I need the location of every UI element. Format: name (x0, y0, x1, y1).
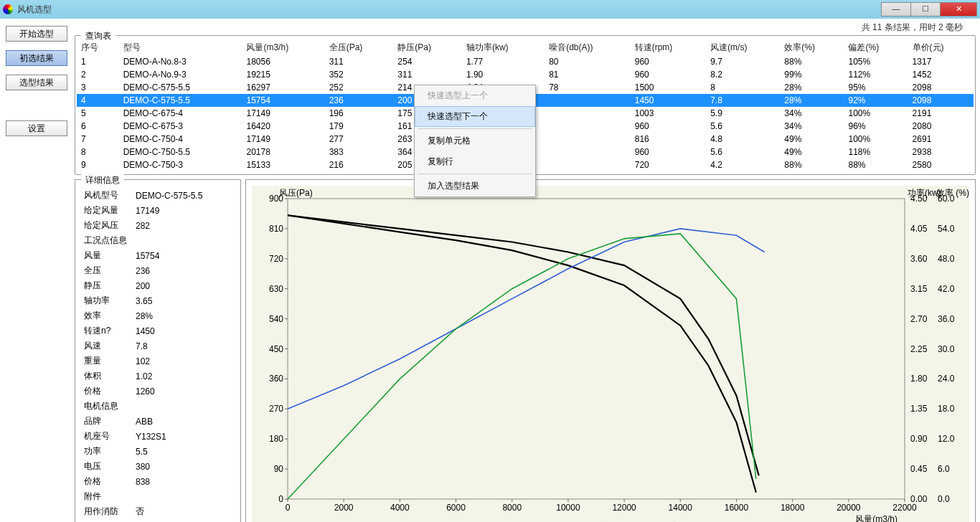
svg-text:90: 90 (274, 464, 284, 474)
detail-row: 价格1260 (83, 384, 233, 398)
svg-text:0: 0 (278, 494, 283, 504)
table-row[interactable]: 2DEMO-A-No.9-3192153523111.90819608.299%… (77, 68, 974, 81)
col-header[interactable]: 效率(%) (780, 40, 844, 55)
svg-text:30.0: 30.0 (938, 344, 955, 354)
svg-text:22000: 22000 (892, 503, 917, 513)
selection-results-button[interactable]: 选型结果 (6, 75, 67, 90)
svg-text:1.80: 1.80 (910, 374, 928, 384)
svg-text:10000: 10000 (556, 503, 580, 513)
detail-row: 轴功率3.65 (83, 294, 233, 308)
svg-text:360: 360 (269, 374, 283, 384)
close-button[interactable]: ✕ (940, 2, 977, 16)
detail-row: 电压380 (83, 460, 233, 473)
svg-text:0.45: 0.45 (910, 464, 928, 474)
detail-row: 效率28% (83, 309, 233, 323)
svg-text:810: 810 (269, 224, 283, 234)
ctx-prev: 快速选型上一个 (415, 85, 535, 106)
svg-text:48.0: 48.0 (938, 254, 955, 264)
context-menu: 快速选型上一个 快速选型下一个 复制单元格 复制行 加入选型结果 (414, 85, 536, 197)
detail-row: 转速n?1450 (83, 324, 233, 338)
maximize-button[interactable]: ☐ (910, 2, 941, 16)
svg-text:6.0: 6.0 (938, 464, 950, 474)
table-tab-label: 查询表 (81, 30, 116, 42)
col-header[interactable]: 单价(元) (908, 40, 974, 55)
window-title: 风机选型 (17, 4, 52, 16)
detail-row: 静压200 (83, 279, 233, 293)
svg-text:4000: 4000 (390, 503, 410, 513)
col-header[interactable]: 全压(Pa) (325, 40, 394, 55)
svg-text:36.0: 36.0 (938, 314, 955, 324)
svg-text:1.35: 1.35 (910, 404, 928, 414)
col-header[interactable]: 偏差(%) (844, 40, 908, 55)
svg-text:6000: 6000 (446, 503, 466, 513)
svg-text:风压(Pa): 风压(Pa) (279, 188, 313, 198)
minimize-button[interactable]: — (881, 2, 911, 16)
svg-rect-0 (288, 199, 905, 499)
detail-row: 附件 (83, 490, 233, 503)
col-header[interactable]: 风速(m/s) (706, 40, 780, 55)
col-header[interactable]: 序号 (77, 40, 119, 55)
svg-text:540: 540 (269, 314, 283, 324)
ctx-copy-row[interactable]: 复制行 (415, 151, 535, 172)
svg-text:16000: 16000 (725, 503, 749, 513)
svg-text:720: 720 (269, 254, 283, 264)
svg-text:18000: 18000 (781, 503, 805, 513)
col-header[interactable]: 静压(Pa) (393, 40, 462, 55)
svg-text:18.0: 18.0 (938, 404, 955, 414)
detail-row: 风量15754 (83, 249, 233, 262)
svg-text:4.05: 4.05 (910, 224, 928, 234)
detail-row: 给定风量17149 (83, 204, 233, 217)
results-table-frame: 查询表 序号型号风量(m3/h)全压(Pa)静压(Pa)轴功率(kw)噪音(db… (75, 35, 976, 175)
detail-row: 风速7.8 (83, 339, 233, 353)
performance-chart: 0200040006000800010000120001400016000180… (252, 186, 969, 522)
sidebar: 开始选型 初选结果 选型结果 设置 (0, 19, 75, 522)
svg-text:效率 (%): 效率 (%) (936, 188, 969, 198)
svg-text:270: 270 (269, 404, 283, 414)
svg-text:20000: 20000 (837, 503, 861, 513)
col-header[interactable]: 风量(m3/h) (242, 40, 324, 55)
svg-text:0: 0 (286, 503, 291, 513)
preliminary-results-button[interactable]: 初选结果 (6, 50, 67, 66)
ctx-next[interactable]: 快速选型下一个 (415, 106, 535, 127)
svg-text:8000: 8000 (502, 503, 522, 513)
col-header[interactable]: 噪音(db(A)) (545, 40, 631, 55)
svg-text:3.15: 3.15 (910, 284, 928, 294)
detail-table: 风机型号DEMO-C-575-5.5给定风量17149给定风压282工况点信息风… (81, 187, 235, 522)
svg-text:0.90: 0.90 (910, 434, 928, 444)
col-header[interactable]: 转速(rpm) (631, 40, 706, 55)
detail-row: 价格838 (83, 475, 233, 488)
svg-text:风量(m3/h): 风量(m3/h) (855, 514, 897, 522)
detail-row: 品牌ABB (83, 414, 233, 428)
svg-text:54.0: 54.0 (938, 224, 955, 234)
ctx-add-to-selection[interactable]: 加入选型结果 (415, 176, 535, 196)
svg-text:42.0: 42.0 (938, 284, 955, 294)
app-icon (3, 4, 13, 14)
table-row[interactable]: 1DEMO-A-No.8-3180563112541.77809609.788%… (77, 55, 974, 68)
svg-text:24.0: 24.0 (938, 374, 955, 384)
svg-text:450: 450 (269, 344, 283, 354)
start-selection-button[interactable]: 开始选型 (6, 26, 67, 42)
col-header[interactable]: 轴功率(kw) (462, 40, 545, 55)
svg-text:2.70: 2.70 (910, 314, 928, 324)
ctx-copy-cell[interactable]: 复制单元格 (415, 130, 535, 151)
detail-row: 工况点信息 (83, 234, 233, 247)
settings-button[interactable]: 设置 (6, 120, 67, 136)
detail-row: 用作消防否 (83, 505, 233, 518)
detail-row: 给定风压282 (83, 219, 233, 232)
status-text: 共 11 条结果，用时 2 毫秒 (75, 19, 976, 35)
svg-text:180: 180 (269, 434, 283, 444)
svg-text:0.0: 0.0 (938, 494, 950, 504)
svg-text:12000: 12000 (612, 503, 636, 513)
titlebar: 风机选型 — ☐ ✕ (0, 0, 980, 19)
svg-text:0.00: 0.00 (910, 494, 928, 504)
col-header[interactable]: 型号 (119, 40, 242, 55)
detail-row: 机座号Y132S1 (83, 430, 233, 443)
detail-row: 功率5.5 (83, 445, 233, 458)
svg-text:12.0: 12.0 (938, 434, 955, 444)
svg-text:14000: 14000 (669, 503, 693, 513)
detail-tab-label: 详细信息 (81, 174, 124, 186)
detail-row: 体积1.02 (83, 369, 233, 383)
svg-text:630: 630 (269, 284, 283, 294)
svg-text:3.60: 3.60 (910, 254, 928, 264)
svg-text:2000: 2000 (334, 503, 354, 513)
